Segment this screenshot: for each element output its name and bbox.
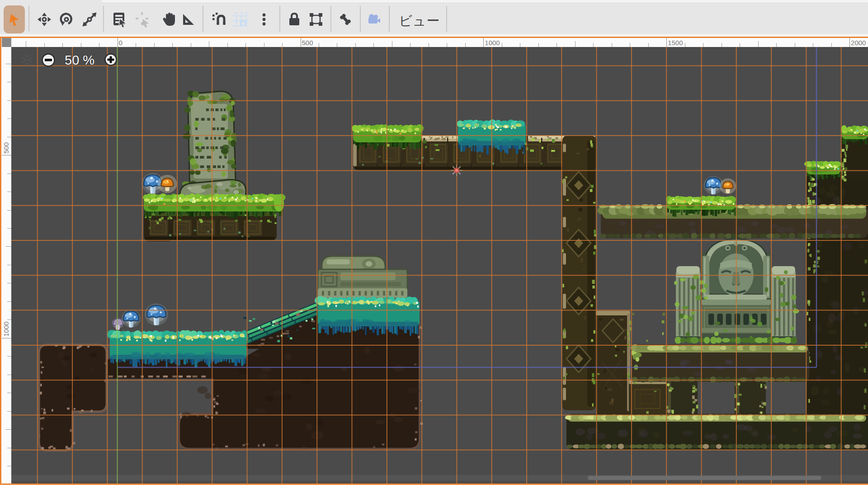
svg-text:50 %: 50 % [65, 53, 94, 67]
